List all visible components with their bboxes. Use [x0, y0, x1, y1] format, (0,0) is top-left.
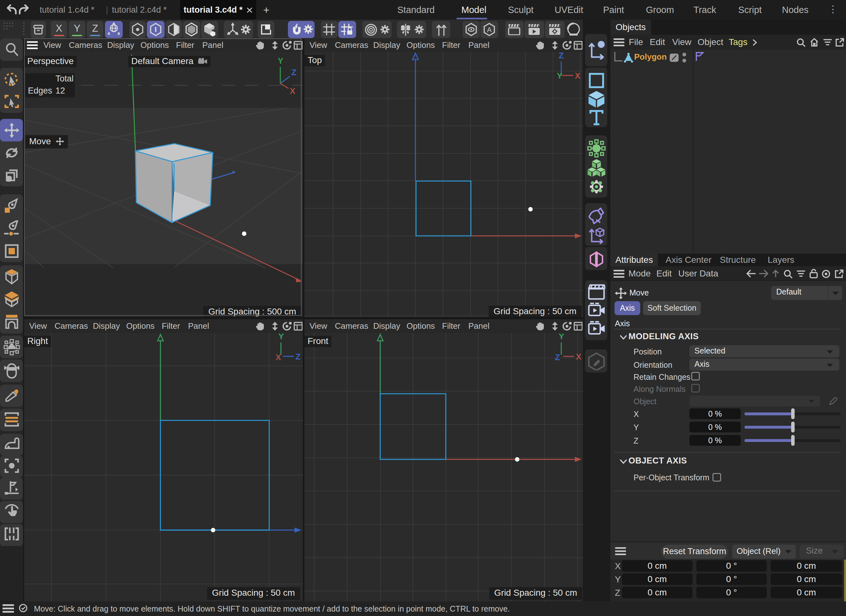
- svg-text:A: A: [487, 26, 492, 34]
- svg-text:Y: Y: [278, 331, 284, 341]
- svg-text:Z: Z: [559, 51, 564, 60]
- svg-text:Z: Z: [295, 352, 301, 361]
- svg-text:X: X: [276, 352, 281, 362]
- svg-text:Y: Y: [559, 331, 564, 341]
- svg-text:Y: Y: [557, 71, 562, 81]
- svg-text:X: X: [576, 352, 582, 361]
- svg-text:Z: Z: [555, 352, 560, 362]
- svg-text:X: X: [575, 71, 580, 81]
